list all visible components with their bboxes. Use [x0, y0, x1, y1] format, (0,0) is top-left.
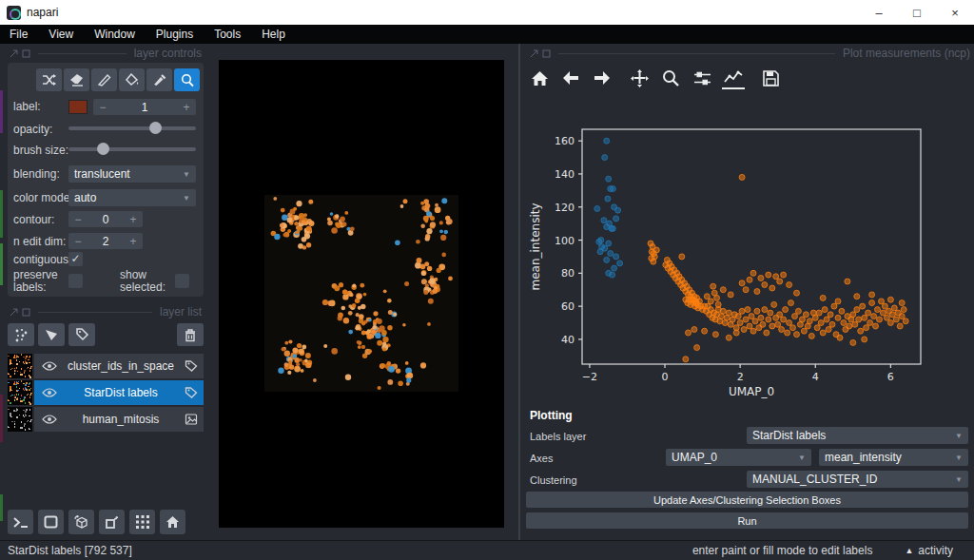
spin-decrement[interactable]: − [68, 213, 88, 226]
run-button[interactable]: Run [526, 512, 968, 529]
label-color-swatch[interactable] [68, 100, 88, 114]
blending-dropdown[interactable]: translucent ▼ [68, 165, 196, 183]
transpose-dimensions-button[interactable] [99, 510, 125, 534]
brush-size-slider[interactable] [68, 142, 196, 156]
paint-tool-button[interactable] [91, 68, 117, 91]
clustering-value: MANUAL_CLUSTER_ID [752, 473, 951, 486]
axes-x-value: UMAP_0 [672, 451, 794, 464]
title-bar: napari – □ × [0, 0, 974, 25]
erase-tool-button[interactable] [64, 68, 89, 91]
mpl-back-icon[interactable] [559, 67, 582, 89]
console-button[interactable] [8, 510, 33, 534]
chevron-down-icon: ▼ [955, 475, 963, 484]
n-edit-dim-spinbox[interactable]: − 2 + [68, 233, 143, 249]
label-spinbox[interactable]: − 1 + [93, 99, 196, 115]
update-axes-clustering-button[interactable]: Update Axes/Clustering Selection Boxes [526, 492, 968, 508]
fill-tool-button[interactable] [119, 68, 145, 91]
mpl-pan-icon[interactable] [628, 67, 651, 89]
mpl-home-icon[interactable] [528, 67, 551, 89]
menu-help[interactable]: Help [262, 28, 285, 41]
show-selected-checkbox[interactable] [175, 274, 189, 288]
axes-label: Axes [530, 453, 553, 464]
layer-name: human_mitosis [57, 413, 185, 426]
contiguous-checkbox[interactable]: ✓ [68, 252, 83, 266]
minimize-button[interactable]: – [860, 0, 898, 25]
float-panel-icon[interactable] [10, 308, 18, 317]
axes-x-dropdown[interactable]: UMAP_0 ▼ [666, 449, 811, 466]
home-reset-view-button[interactable] [160, 510, 185, 534]
mpl-configure-subplots-icon[interactable] [691, 67, 713, 89]
menu-plugins[interactable]: Plugins [156, 28, 193, 41]
left-dock: layer controls [0, 44, 211, 540]
panel-title-layer-list: layer list [160, 305, 202, 319]
svg-text:2: 2 [737, 371, 744, 383]
hide-panel-icon[interactable] [22, 49, 30, 58]
mpl-axes-options-icon[interactable] [722, 67, 745, 89]
labels-layer-dropdown[interactable]: StarDist labels ▼ [747, 427, 968, 444]
hide-panel-icon[interactable] [542, 49, 551, 58]
opacity-label: opacity: [13, 124, 68, 136]
svg-text:0: 0 [662, 371, 669, 383]
delete-layer-button[interactable] [177, 323, 204, 346]
spin-increment[interactable]: + [124, 213, 143, 226]
float-panel-icon[interactable] [530, 49, 538, 58]
layer-thumbnail [8, 380, 32, 405]
opacity-slider[interactable] [68, 121, 196, 135]
viewer-canvas[interactable] [219, 60, 504, 528]
layer-row-human-mitosis[interactable]: human_mitosis [8, 407, 204, 432]
mpl-save-icon[interactable] [759, 67, 782, 89]
layer-row-stardist-labels[interactable]: StarDist labels [8, 380, 204, 405]
menu-window[interactable]: Window [94, 28, 135, 41]
color-mode-label: color mode: [13, 192, 68, 204]
mpl-zoom-icon[interactable] [659, 67, 682, 89]
spin-decrement[interactable]: − [68, 235, 88, 248]
new-labels-layer-button[interactable] [68, 323, 95, 346]
mpl-forward-icon[interactable] [591, 67, 614, 89]
new-shapes-layer-button[interactable] [38, 323, 65, 346]
dock-splitter[interactable] [518, 44, 520, 540]
labels-layer-type-icon [185, 387, 198, 398]
maximize-button[interactable]: □ [898, 0, 936, 25]
contour-value: 0 [88, 213, 124, 226]
grid-view-button[interactable] [129, 510, 155, 534]
slider-handle[interactable] [97, 143, 109, 155]
menu-view[interactable]: View [49, 28, 73, 41]
new-points-layer-button[interactable] [8, 323, 34, 346]
slider-handle[interactable] [149, 122, 162, 134]
color-mode-dropdown[interactable]: auto ▼ [68, 189, 196, 206]
spin-increment[interactable]: + [177, 101, 196, 114]
svg-text:4: 4 [812, 371, 819, 383]
visibility-eye-icon[interactable] [42, 388, 57, 397]
axes-y-dropdown[interactable]: mean_intensity ▼ [819, 449, 968, 466]
spin-increment[interactable]: + [124, 235, 143, 248]
contour-spinbox[interactable]: − 0 + [68, 211, 143, 227]
svg-text:120: 120 [555, 202, 575, 214]
float-panel-icon[interactable] [10, 49, 18, 58]
labels-toolbar [36, 68, 200, 91]
color-picker-tool-button[interactable] [146, 68, 172, 91]
divider [38, 312, 152, 313]
clustering-label: Clustering [530, 474, 577, 486]
hide-panel-icon[interactable] [22, 308, 30, 317]
menu-file[interactable]: File [10, 28, 28, 41]
activity-toggle[interactable]: ▲ activity [905, 544, 953, 557]
layer-row-cluster-ids[interactable]: cluster_ids_in_space [8, 354, 204, 378]
zoom-pan-tool-button[interactable] [174, 68, 200, 91]
close-button[interactable]: × [936, 0, 974, 25]
visibility-eye-icon[interactable] [42, 361, 57, 371]
roll-dimensions-button[interactable] [68, 510, 94, 534]
layer-list-header: layer list [10, 306, 202, 318]
svg-text:80: 80 [561, 267, 575, 280]
divider [38, 53, 127, 54]
ndisplay-2d-3d-button[interactable] [38, 510, 64, 534]
menu-tools[interactable]: Tools [214, 28, 241, 41]
clustering-dropdown[interactable]: MANUAL_CLUSTER_ID ▼ [747, 471, 968, 488]
visibility-eye-icon[interactable] [42, 415, 57, 424]
shuffle-colors-button[interactable] [36, 68, 62, 91]
spin-decrement[interactable]: − [93, 101, 112, 114]
scatter-plot-figure[interactable]: −20246406080100120140160UMAP_0mean_inten… [526, 105, 974, 407]
preserve-labels-checkbox[interactable] [68, 274, 83, 288]
slider-track [68, 126, 196, 130]
n-edit-dim-value: 2 [88, 235, 124, 248]
svg-text:140: 140 [555, 168, 575, 181]
